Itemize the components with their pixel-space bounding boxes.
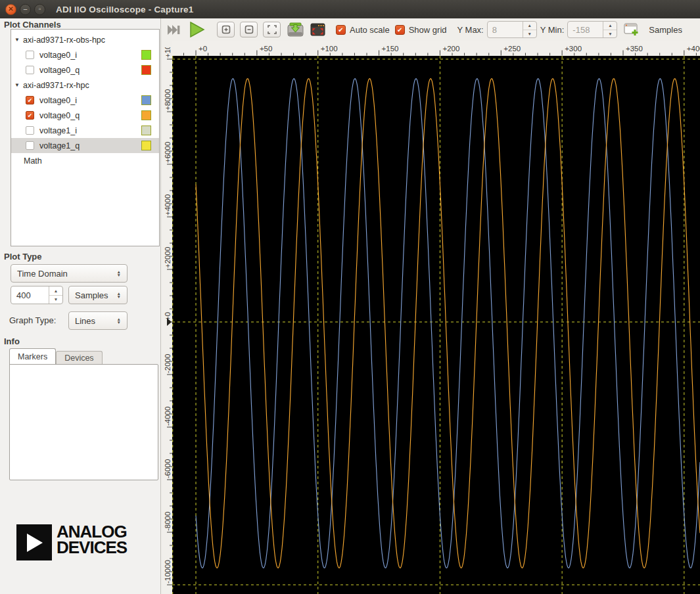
sample-count-value: 400 — [11, 290, 49, 300]
y-max-value: 8 — [488, 25, 523, 35]
svg-text:+6000: +6000 — [164, 142, 172, 163]
new-plot-icon[interactable] — [624, 23, 640, 36]
svg-text:+8000: +8000 — [164, 89, 172, 110]
math-row[interactable]: Math — [11, 153, 159, 168]
window-title: ADI IIO Oscilloscope - Capture1 — [56, 5, 194, 14]
auto-scale-checkbox[interactable]: ✔ — [336, 25, 346, 35]
svg-text:+200: +200 — [442, 45, 459, 53]
sidebar: Plot Channels ▼axi-ad9371-rx-obs-hpcvolt… — [0, 18, 161, 594]
svg-text:+10000: +10000 — [164, 47, 172, 58]
svg-text:+300: +300 — [565, 45, 582, 53]
plot-type-select[interactable]: Time Domain ▲▼ — [11, 264, 128, 283]
close-button[interactable]: ✕ — [5, 4, 16, 15]
sample-unit-select[interactable]: Samples ▲▼ — [68, 286, 128, 304]
sample-count-spinner[interactable]: 400 ▲▼ — [11, 286, 63, 304]
spinner-arrows-icon[interactable]: ▲▼ — [523, 22, 536, 37]
device-group-row[interactable]: ▼axi-ad9371-rx-obs-hpc — [11, 32, 159, 47]
maximize-button[interactable]: ▫ — [34, 4, 45, 15]
expander-icon[interactable]: ▼ — [14, 37, 23, 43]
x-axis-ruler[interactable]: +0+50+100+150+200+250+300+350+400 — [172, 41, 700, 56]
channel-color-swatch[interactable] — [141, 126, 151, 135]
channel-color-swatch[interactable] — [141, 50, 151, 60]
y-axis-ruler[interactable]: +10000+8000+6000+4000+2000+0-2000-4000-6… — [161, 47, 172, 594]
save-capture-icon[interactable] — [287, 22, 304, 37]
svg-text:+250: +250 — [503, 45, 521, 53]
info-label: Info — [4, 336, 20, 346]
tree-item-label: axi-ad9371-rx-obs-hpc — [23, 35, 105, 45]
y-max-spinner[interactable]: 8 ▲▼ — [487, 21, 537, 38]
channel-checkbox[interactable]: ✔ — [26, 96, 34, 104]
channel-color-swatch[interactable] — [141, 95, 151, 105]
y-min-label: Y Min: — [540, 25, 565, 35]
y-max-label: Y Max: — [457, 25, 484, 35]
svg-text:+350: +350 — [626, 45, 643, 53]
svg-text:+50: +50 — [260, 45, 273, 53]
fullscreen-plot-icon[interactable] — [310, 23, 325, 36]
show-grid-checkbox[interactable]: ✔ — [395, 25, 405, 35]
chevron-updown-icon: ▲▼ — [117, 292, 121, 298]
titlebar: ✕ – ▫ ADI IIO Oscilloscope - Capture1 — [0, 0, 700, 18]
tree-item-label: axi-ad9371-rx-hpc — [23, 81, 89, 90]
svg-text:+150: +150 — [382, 45, 399, 53]
toolbar: ✔ Auto scale ✔ Show grid Y Max: 8 ▲▼ Y M… — [161, 18, 700, 41]
channel-checkbox[interactable] — [26, 126, 34, 135]
channel-row[interactable]: voltage1_q — [11, 138, 159, 153]
svg-text:-8000: -8000 — [164, 512, 172, 531]
tree-item-label: voltage0_i — [39, 51, 77, 60]
svg-text:+2000: +2000 — [164, 247, 172, 268]
expander-icon[interactable]: ▼ — [14, 82, 23, 88]
adi-logo-triangle-icon — [27, 534, 43, 552]
channel-row[interactable]: ✔voltage0_i — [11, 93, 159, 108]
capture-once-icon[interactable] — [168, 25, 181, 35]
y-min-spinner[interactable]: -158 ▲▼ — [567, 21, 617, 38]
channel-row[interactable]: voltage1_i — [11, 123, 159, 138]
graph-type-select[interactable]: Lines ▲▼ — [68, 311, 128, 330]
show-grid-label: Show grid — [409, 25, 447, 35]
spinner-arrows-icon[interactable]: ▲▼ — [49, 286, 62, 304]
channel-checkbox[interactable]: ✔ — [26, 111, 34, 120]
channel-checkbox[interactable] — [26, 141, 34, 150]
channel-row[interactable]: voltage0_q — [11, 62, 159, 78]
spinner-arrows-icon[interactable]: ▲▼ — [603, 22, 617, 37]
chevron-updown-icon: ▲▼ — [117, 270, 121, 277]
zoom-in-button[interactable] — [217, 22, 235, 37]
channel-tree: ▼axi-ad9371-rx-obs-hpcvoltage0_ivoltage0… — [11, 29, 160, 246]
channel-checkbox[interactable] — [26, 51, 34, 59]
tab-markers[interactable]: Markers — [9, 348, 56, 365]
graph-type-value: Lines — [75, 316, 95, 326]
svg-text:+4000: +4000 — [164, 194, 172, 216]
samples-label: Samples — [649, 25, 682, 35]
tree-item-label: voltage0_q — [39, 66, 80, 75]
graph-type-label: Graph Type: — [9, 315, 56, 325]
adi-logo-icon — [16, 524, 52, 560]
channel-checkbox[interactable] — [26, 66, 34, 74]
zoom-out-button[interactable] — [240, 22, 258, 37]
channel-row[interactable]: ✔voltage0_q — [11, 108, 159, 123]
tree-item-label: Math — [24, 156, 42, 166]
y-min-value: -158 — [568, 25, 603, 35]
device-group-row[interactable]: ▼axi-ad9371-rx-hpc — [11, 78, 159, 93]
channel-color-swatch[interactable] — [141, 110, 151, 120]
oscilloscope-plot[interactable] — [172, 56, 700, 594]
svg-text:-2000: -2000 — [164, 354, 172, 373]
tree-item-label: voltage1_q — [39, 141, 80, 150]
channel-color-swatch[interactable] — [141, 65, 151, 75]
markers-info-panel — [9, 364, 158, 480]
plot-channels-label: Plot Channels — [4, 20, 61, 30]
svg-text:-10000: -10000 — [164, 560, 172, 583]
tab-devices[interactable]: Devices — [56, 351, 102, 365]
zoom-fit-button[interactable] — [263, 22, 281, 37]
svg-text:+100: +100 — [321, 45, 338, 53]
play-button[interactable] — [189, 22, 205, 37]
channel-color-swatch[interactable] — [141, 141, 151, 150]
tree-item-label: voltage0_i — [39, 96, 77, 105]
minimize-button[interactable]: – — [20, 4, 31, 15]
plot-type-label: Plot Type — [4, 252, 42, 262]
tree-item-label: voltage1_i — [39, 126, 77, 135]
channel-row[interactable]: voltage0_i — [11, 47, 159, 62]
svg-text:+0: +0 — [198, 45, 207, 53]
sample-unit-value: Samples — [75, 290, 108, 300]
auto-scale-label: Auto scale — [350, 25, 390, 35]
chevron-updown-icon: ▲▼ — [117, 317, 121, 324]
adi-logo-text: ANALOG DEVICES — [57, 524, 127, 555]
